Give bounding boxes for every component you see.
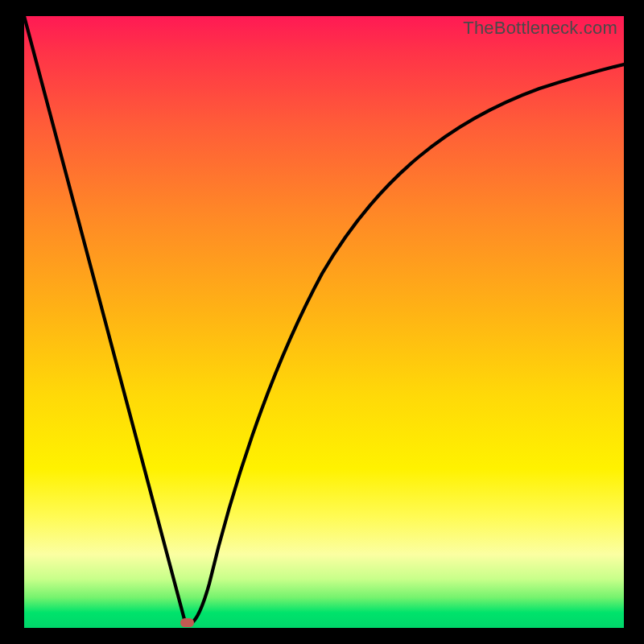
optimal-point-marker: [180, 618, 194, 627]
curve-path: [24, 16, 624, 624]
bottleneck-curve: [24, 16, 624, 628]
watermark-text: TheBottleneck.com: [463, 18, 617, 39]
chart-plot-area: TheBottleneck.com: [24, 16, 624, 628]
